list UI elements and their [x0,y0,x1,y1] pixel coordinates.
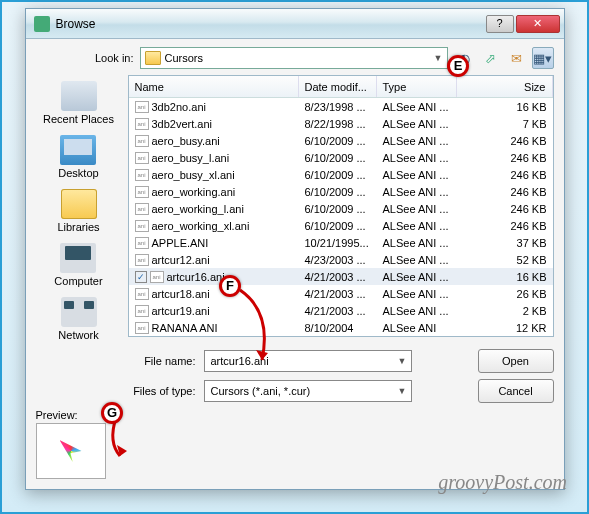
file-icon: ani [150,271,164,283]
col-date[interactable]: Date modif... [299,76,377,97]
views-icon[interactable]: ▦▾ [532,47,554,69]
open-button[interactable]: Open [478,349,554,373]
file-icon: ani [135,305,149,317]
place-label: Network [58,329,98,341]
file-size: 16 KB [457,271,553,283]
file-size: 16 KB [457,101,553,113]
app-icon [34,16,50,32]
file-row[interactable]: aniaero_busy_xl.ani6/10/2009 ...ALSee AN… [129,166,553,183]
checkbox-icon[interactable]: ✓ [135,271,147,283]
file-type: ALSee ANI ... [377,271,457,283]
file-row[interactable]: aniaero_working_l.ani6/10/2009 ...ALSee … [129,200,553,217]
place-recent-places[interactable]: Recent Places [43,81,114,125]
file-icon: ani [135,288,149,300]
cancel-button[interactable]: Cancel [478,379,554,403]
chevron-down-icon: ▼ [434,53,443,63]
file-size: 7 KB [457,118,553,130]
chevron-down-icon: ▼ [398,386,407,396]
place-desktop[interactable]: Desktop [58,135,98,179]
file-row[interactable]: ani3db2vert.ani8/22/1998 ...ALSee ANI ..… [129,115,553,132]
watermark: groovyPost.com [438,471,567,494]
col-size[interactable]: Size [457,76,553,97]
file-row[interactable]: aniartcur12.ani4/23/2003 ...ALSee ANI ..… [129,251,553,268]
file-type: ALSee ANI ... [377,220,457,232]
file-date: 4/21/2003 ... [299,305,377,317]
file-date: 4/23/2003 ... [299,254,377,266]
file-icon: ani [135,118,149,130]
file-row[interactable]: aniRANANA ANI8/10/2004ALSee ANI12 KR [129,319,553,336]
place-computer[interactable]: Computer [54,243,102,287]
file-type: ALSee ANI ... [377,305,457,317]
file-name: aero_working.ani [152,186,236,198]
column-headers[interactable]: Name Date modif... Type Size [129,76,553,98]
file-date: 8/10/2004 [299,322,377,334]
file-name: 3db2vert.ani [152,118,213,130]
file-row[interactable]: aniartcur18.ani4/21/2003 ...ALSee ANI ..… [129,285,553,302]
file-row[interactable]: aniartcur19.ani4/21/2003 ...ALSee ANI ..… [129,302,553,319]
window-title: Browse [56,17,484,31]
file-name: artcur16.ani [167,271,225,283]
place-network[interactable]: Network [58,297,98,341]
place-libraries[interactable]: Libraries [57,189,99,233]
lookin-combo[interactable]: Cursors ▼ [140,47,448,69]
file-icon: ani [135,322,149,334]
file-size: 246 KB [457,169,553,181]
file-size: 246 KB [457,203,553,215]
file-date: 4/21/2003 ... [299,288,377,300]
callout-e: E [447,55,469,77]
file-size: 246 KB [457,220,553,232]
col-type[interactable]: Type [377,76,457,97]
file-row[interactable]: aniaero_busy.ani6/10/2009 ...ALSee ANI .… [129,132,553,149]
file-type: ALSee ANI ... [377,254,457,266]
file-type: ALSee ANI [377,322,457,334]
file-list[interactable]: Name Date modif... Type Size ani3db2no.a… [128,75,554,337]
help-button[interactable]: ? [486,15,514,33]
file-name: 3db2no.ani [152,101,206,113]
cursor-preview-icon [60,440,82,462]
filetype-label: Files of type: [128,385,196,397]
close-button[interactable]: ✕ [516,15,560,33]
place-icon [60,135,96,165]
filetype-combo[interactable]: Cursors (*.ani, *.cur) ▼ [204,380,412,402]
place-label: Libraries [57,221,99,233]
file-icon: ani [135,203,149,215]
file-date: 6/10/2009 ... [299,169,377,181]
file-type: ALSee ANI ... [377,203,457,215]
file-date: 8/23/1998 ... [299,101,377,113]
file-icon: ani [135,237,149,249]
col-name[interactable]: Name [129,76,299,97]
file-name: artcur19.ani [152,305,210,317]
file-name: APPLE.ANI [152,237,209,249]
file-size: 26 KB [457,288,553,300]
file-date: 6/10/2009 ... [299,152,377,164]
file-icon: ani [135,220,149,232]
place-label: Recent Places [43,113,114,125]
file-row[interactable]: aniaero_busy_l.ani6/10/2009 ...ALSee ANI… [129,149,553,166]
file-type: ALSee ANI ... [377,135,457,147]
newfolder-icon[interactable]: ✉ [506,47,528,69]
file-row[interactable]: aniaero_working_xl.ani6/10/2009 ...ALSee… [129,217,553,234]
file-row[interactable]: ✓aniartcur16.ani4/21/2003 ...ALSee ANI .… [129,268,553,285]
file-size: 37 KB [457,237,553,249]
file-type: ALSee ANI ... [377,186,457,198]
file-row[interactable]: aniaero_working.ani6/10/2009 ...ALSee AN… [129,183,553,200]
file-icon: ani [135,169,149,181]
lookin-value: Cursors [165,52,204,64]
places-bar: Recent PlacesDesktopLibrariesComputerNet… [36,75,122,341]
file-row[interactable]: aniAPPLE.ANI10/21/1995...ALSee ANI ...37… [129,234,553,251]
file-name: aero_working_l.ani [152,203,244,215]
file-icon: ani [135,254,149,266]
preview-box [36,423,106,479]
file-name: aero_busy_l.ani [152,152,230,164]
file-icon: ani [135,135,149,147]
file-date: 6/10/2009 ... [299,203,377,215]
titlebar: Browse ? ✕ [26,9,564,39]
callout-f: F [219,275,241,297]
file-date: 8/22/1998 ... [299,118,377,130]
up-icon[interactable]: ⬀ [480,47,502,69]
lookin-label: Look in: [84,52,134,64]
file-name: artcur18.ani [152,288,210,300]
place-label: Computer [54,275,102,287]
file-row[interactable]: ani3db2no.ani8/23/1998 ...ALSee ANI ...1… [129,98,553,115]
folder-icon [145,51,161,65]
